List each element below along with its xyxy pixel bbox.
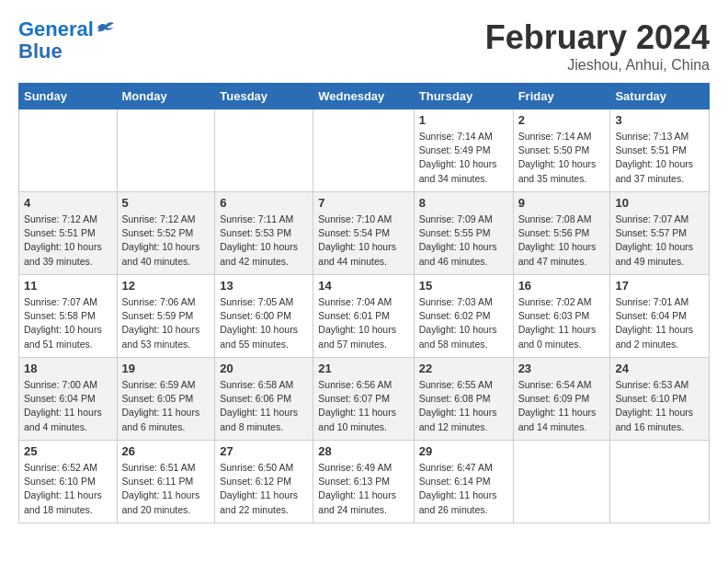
day-number: 12 bbox=[122, 279, 210, 293]
day-info: Sunrise: 6:55 AM Sunset: 6:08 PM Dayligh… bbox=[419, 378, 508, 434]
day-number: 1 bbox=[419, 113, 508, 127]
day-number: 29 bbox=[419, 444, 508, 458]
day-number: 28 bbox=[318, 444, 408, 458]
day-info: Sunrise: 6:56 AM Sunset: 6:07 PM Dayligh… bbox=[318, 378, 408, 434]
calendar-cell-w3d2: 20Sunrise: 6:58 AM Sunset: 6:06 PM Dayli… bbox=[215, 358, 313, 441]
month-title: February 2024 bbox=[485, 18, 710, 57]
day-number: 25 bbox=[24, 444, 112, 458]
calendar-cell-w1d6: 10Sunrise: 7:07 AM Sunset: 5:57 PM Dayli… bbox=[610, 192, 710, 275]
calendar-cell-w1d4: 8Sunrise: 7:09 AM Sunset: 5:55 PM Daylig… bbox=[414, 192, 513, 275]
day-number: 17 bbox=[615, 279, 704, 293]
calendar-cell-w3d5: 23Sunrise: 6:54 AM Sunset: 6:09 PM Dayli… bbox=[513, 358, 610, 441]
calendar-cell-w2d6: 17Sunrise: 7:01 AM Sunset: 6:04 PM Dayli… bbox=[610, 275, 710, 358]
day-number: 18 bbox=[24, 362, 112, 375]
day-info: Sunrise: 6:50 AM Sunset: 6:12 PM Dayligh… bbox=[220, 461, 308, 517]
calendar-cell-w4d3: 28Sunrise: 6:49 AM Sunset: 6:13 PM Dayli… bbox=[313, 441, 414, 523]
day-number: 15 bbox=[419, 279, 508, 293]
day-info: Sunrise: 7:12 AM Sunset: 5:52 PM Dayligh… bbox=[122, 213, 210, 269]
day-info: Sunrise: 7:14 AM Sunset: 5:49 PM Dayligh… bbox=[419, 130, 508, 186]
calendar-cell-w2d5: 16Sunrise: 7:02 AM Sunset: 6:03 PM Dayli… bbox=[513, 275, 610, 358]
weekday-header-friday: Friday bbox=[513, 84, 610, 109]
day-number: 10 bbox=[615, 196, 704, 210]
weekday-header-tuesday: Tuesday bbox=[215, 84, 313, 109]
weekday-header-saturday: Saturday bbox=[610, 84, 710, 109]
page-header: General Blue February 2024 Jieshou, Anhu… bbox=[18, 18, 710, 74]
day-number: 4 bbox=[24, 196, 112, 210]
day-info: Sunrise: 6:51 AM Sunset: 6:11 PM Dayligh… bbox=[122, 461, 210, 517]
calendar-cell-w0d3 bbox=[313, 109, 414, 192]
day-info: Sunrise: 6:58 AM Sunset: 6:06 PM Dayligh… bbox=[220, 378, 308, 434]
day-info: Sunrise: 6:47 AM Sunset: 6:14 PM Dayligh… bbox=[419, 461, 508, 517]
day-number: 20 bbox=[220, 362, 308, 375]
weekday-header-wednesday: Wednesday bbox=[313, 84, 414, 109]
day-number: 14 bbox=[318, 279, 408, 293]
day-number: 6 bbox=[220, 196, 308, 210]
calendar-cell-w0d2 bbox=[215, 109, 313, 192]
day-info: Sunrise: 7:09 AM Sunset: 5:55 PM Dayligh… bbox=[419, 213, 508, 269]
calendar-cell-w1d5: 9Sunrise: 7:08 AM Sunset: 5:56 PM Daylig… bbox=[513, 192, 610, 275]
calendar-cell-w1d1: 5Sunrise: 7:12 AM Sunset: 5:52 PM Daylig… bbox=[117, 192, 215, 275]
calendar-cell-w0d4: 1Sunrise: 7:14 AM Sunset: 5:49 PM Daylig… bbox=[414, 109, 513, 192]
calendar-cell-w2d2: 13Sunrise: 7:05 AM Sunset: 6:00 PM Dayli… bbox=[215, 275, 313, 358]
day-number: 11 bbox=[24, 279, 112, 293]
day-info: Sunrise: 7:07 AM Sunset: 5:57 PM Dayligh… bbox=[615, 213, 704, 269]
day-number: 21 bbox=[318, 362, 408, 375]
day-info: Sunrise: 7:12 AM Sunset: 5:51 PM Dayligh… bbox=[24, 213, 112, 269]
logo: General Blue bbox=[18, 18, 116, 63]
day-info: Sunrise: 6:52 AM Sunset: 6:10 PM Dayligh… bbox=[24, 461, 112, 517]
day-info: Sunrise: 6:59 AM Sunset: 6:05 PM Dayligh… bbox=[122, 378, 210, 434]
calendar-cell-w4d0: 25Sunrise: 6:52 AM Sunset: 6:10 PM Dayli… bbox=[19, 441, 118, 523]
calendar-cell-w2d4: 15Sunrise: 7:03 AM Sunset: 6:02 PM Dayli… bbox=[414, 275, 513, 358]
day-info: Sunrise: 6:54 AM Sunset: 6:09 PM Dayligh… bbox=[518, 378, 606, 434]
day-number: 16 bbox=[518, 279, 606, 293]
logo-general: General bbox=[18, 17, 94, 40]
day-info: Sunrise: 6:49 AM Sunset: 6:13 PM Dayligh… bbox=[318, 461, 408, 517]
day-number: 19 bbox=[122, 362, 210, 375]
day-info: Sunrise: 7:08 AM Sunset: 5:56 PM Dayligh… bbox=[518, 213, 606, 269]
calendar-cell-w0d6: 3Sunrise: 7:13 AM Sunset: 5:51 PM Daylig… bbox=[610, 109, 710, 192]
logo-blue: Blue bbox=[18, 40, 63, 63]
calendar-cell-w0d0 bbox=[19, 109, 118, 192]
calendar-cell-w4d2: 27Sunrise: 6:50 AM Sunset: 6:12 PM Dayli… bbox=[215, 441, 313, 523]
day-number: 23 bbox=[518, 362, 606, 375]
calendar-cell-w0d5: 2Sunrise: 7:14 AM Sunset: 5:50 PM Daylig… bbox=[513, 109, 610, 192]
day-info: Sunrise: 7:07 AM Sunset: 5:58 PM Dayligh… bbox=[24, 295, 112, 351]
day-info: Sunrise: 7:06 AM Sunset: 5:59 PM Dayligh… bbox=[122, 295, 210, 351]
calendar-cell-w2d3: 14Sunrise: 7:04 AM Sunset: 6:01 PM Dayli… bbox=[313, 275, 414, 358]
calendar-cell-w2d0: 11Sunrise: 7:07 AM Sunset: 5:58 PM Dayli… bbox=[19, 275, 118, 358]
day-number: 5 bbox=[122, 196, 210, 210]
day-info: Sunrise: 7:02 AM Sunset: 6:03 PM Dayligh… bbox=[518, 295, 606, 351]
day-number: 3 bbox=[615, 113, 704, 127]
weekday-header-thursday: Thursday bbox=[414, 84, 513, 109]
calendar-cell-w4d1: 26Sunrise: 6:51 AM Sunset: 6:11 PM Dayli… bbox=[117, 441, 215, 523]
weekday-header-sunday: Sunday bbox=[19, 84, 118, 109]
day-info: Sunrise: 7:05 AM Sunset: 6:00 PM Dayligh… bbox=[220, 295, 308, 351]
calendar-cell-w1d2: 6Sunrise: 7:11 AM Sunset: 5:53 PM Daylig… bbox=[215, 192, 313, 275]
day-number: 8 bbox=[419, 196, 508, 210]
day-info: Sunrise: 7:04 AM Sunset: 6:01 PM Dayligh… bbox=[318, 295, 408, 351]
calendar-cell-w3d3: 21Sunrise: 6:56 AM Sunset: 6:07 PM Dayli… bbox=[313, 358, 414, 441]
calendar-table: SundayMondayTuesdayWednesdayThursdayFrid… bbox=[18, 83, 710, 523]
calendar-cell-w4d5 bbox=[513, 441, 610, 523]
calendar-cell-w3d1: 19Sunrise: 6:59 AM Sunset: 6:05 PM Dayli… bbox=[117, 358, 215, 441]
logo-bird-icon bbox=[96, 20, 116, 35]
day-info: Sunrise: 7:11 AM Sunset: 5:53 PM Dayligh… bbox=[220, 213, 308, 269]
day-number: 13 bbox=[220, 279, 308, 293]
calendar-cell-w4d6 bbox=[610, 441, 710, 523]
day-number: 22 bbox=[419, 362, 508, 375]
day-info: Sunrise: 6:53 AM Sunset: 6:10 PM Dayligh… bbox=[615, 378, 704, 434]
calendar-cell-w1d3: 7Sunrise: 7:10 AM Sunset: 5:54 PM Daylig… bbox=[313, 192, 414, 275]
day-info: Sunrise: 7:00 AM Sunset: 6:04 PM Dayligh… bbox=[24, 378, 112, 434]
calendar-cell-w2d1: 12Sunrise: 7:06 AM Sunset: 5:59 PM Dayli… bbox=[117, 275, 215, 358]
day-number: 27 bbox=[220, 444, 308, 458]
calendar-cell-w3d0: 18Sunrise: 7:00 AM Sunset: 6:04 PM Dayli… bbox=[19, 358, 118, 441]
location: Jieshou, Anhui, China bbox=[485, 57, 710, 74]
day-info: Sunrise: 7:03 AM Sunset: 6:02 PM Dayligh… bbox=[419, 295, 508, 351]
day-number: 26 bbox=[122, 444, 210, 458]
day-number: 2 bbox=[518, 113, 606, 127]
title-block: February 2024 Jieshou, Anhui, China bbox=[485, 18, 710, 74]
day-number: 24 bbox=[615, 362, 704, 375]
weekday-header-monday: Monday bbox=[117, 84, 215, 109]
calendar-cell-w0d1 bbox=[117, 109, 215, 192]
day-info: Sunrise: 7:10 AM Sunset: 5:54 PM Dayligh… bbox=[318, 213, 408, 269]
